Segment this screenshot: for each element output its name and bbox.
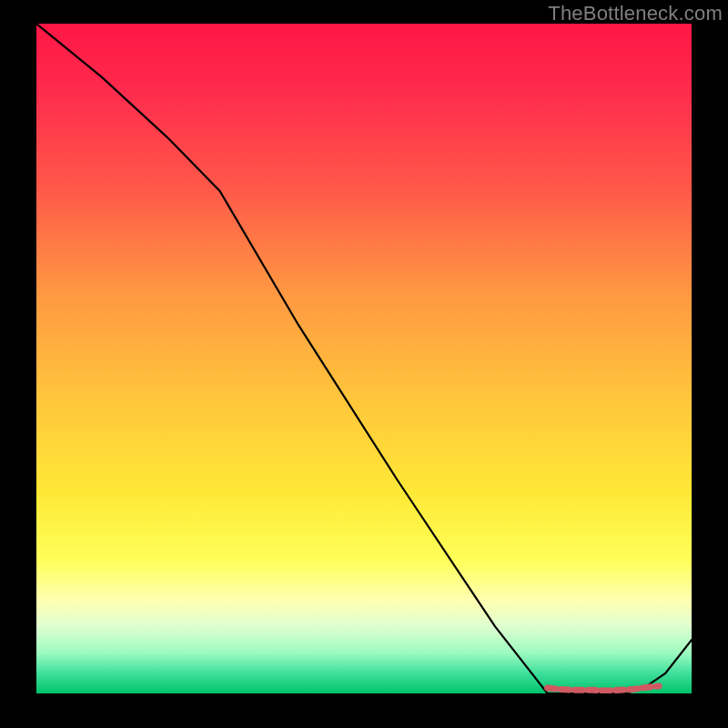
- watermark-text: TheBottleneck.com: [548, 2, 723, 25]
- chart-frame: TheBottleneck.com: [0, 0, 728, 728]
- gradient-plot-area: [36, 24, 692, 693]
